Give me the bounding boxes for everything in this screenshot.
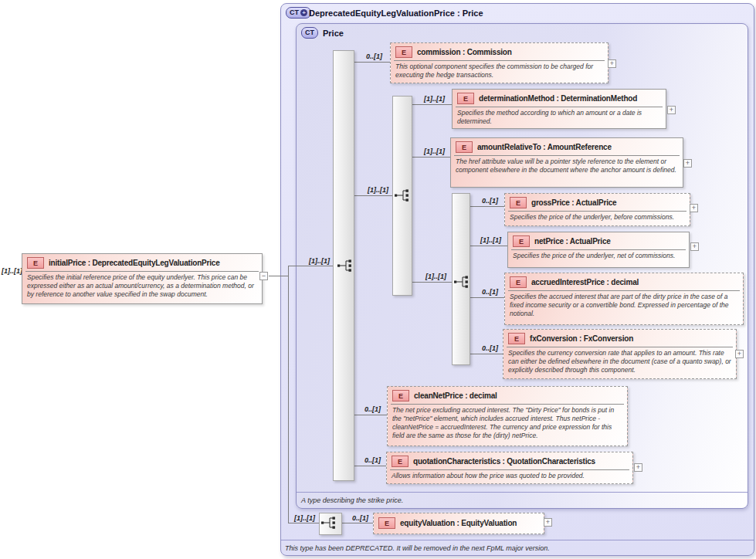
element-title: determinationMethod : DeterminationMetho…	[479, 94, 637, 103]
cardinality-label: 0..[1]	[364, 456, 381, 464]
element-box-netPrice[interactable]: E netPrice : ActualPrice Specifies the p…	[507, 232, 690, 268]
connector-line	[411, 104, 452, 105]
element-box-equityValuation[interactable]: E equityValuation : EquityValuation	[373, 513, 544, 534]
connector-line	[469, 206, 504, 207]
element-title: commission : Commission	[417, 48, 512, 56]
element-description: Specifies the price of the underlyer, be…	[505, 212, 690, 225]
connector-line	[353, 415, 387, 415]
connector-line	[288, 266, 289, 523]
footer-divider	[281, 540, 754, 540]
element-icon: E	[395, 46, 412, 58]
connector-line	[469, 354, 503, 354]
connector-line	[269, 276, 288, 276]
outer-frame-title: DeprecatedEquityLegValuationPrice : Pric…	[309, 8, 483, 18]
cardinality-label: [1]..[1]	[480, 236, 501, 244]
cardinality-label: 0..[1]	[482, 344, 498, 352]
connector-line	[411, 282, 453, 283]
element-icon: E	[513, 235, 530, 247]
expand-button[interactable]: +	[683, 159, 692, 168]
element-title: equityValuation : EquityValuation	[400, 519, 517, 527]
cardinality-label: 0..[1]	[364, 405, 381, 413]
element-title: netPrice : ActualPrice	[534, 237, 611, 246]
element-description: This optional component specifies the co…	[391, 61, 608, 83]
element-icon: E	[457, 93, 474, 104]
element-icon: E	[508, 333, 525, 344]
connector-line	[353, 466, 386, 466]
element-box-amountRelativeTo[interactable]: E amountRelativeTo : AmountReference The…	[450, 137, 683, 188]
expand-button[interactable]: +	[608, 59, 616, 68]
price-type-note: A type describing the strike price.	[301, 496, 403, 504]
sequence-icon	[393, 188, 413, 203]
element-box-determinationMethod[interactable]: E determinationMethod : DeterminationMet…	[452, 89, 666, 129]
element-description: The href attribute value will be a point…	[451, 156, 683, 178]
connector-line	[288, 523, 319, 523]
element-title: accruedInterestPrice : decimal	[531, 278, 639, 286]
element-icon: E	[510, 276, 527, 288]
element-description: Specifies the currency conversion rate t…	[503, 347, 736, 378]
cardinality-label: [1]..[1]	[368, 186, 388, 194]
sequence-icon	[453, 274, 473, 290]
connector-line	[469, 297, 504, 298]
ct-badge-label: CT	[290, 9, 299, 16]
cardinality-label: [1]..[1]	[424, 147, 445, 155]
plus-icon: +	[300, 9, 307, 16]
element-description: Specifies the initial reference price of…	[22, 272, 262, 302]
cardinality-label: 0..[1]	[366, 53, 382, 60]
cardinality-label: [1]..[1]	[309, 257, 330, 265]
connector-line	[288, 266, 340, 266]
cardinality-label: 0..[1]	[482, 288, 498, 296]
sequence-icon	[336, 258, 356, 273]
expand-button[interactable]: +	[690, 204, 698, 212]
deprecation-note: This type has been DEPRECATED. It will b…	[285, 544, 550, 552]
schema-diagram: CT+ DeprecatedEquityLegValuationPrice : …	[0, 0, 756, 559]
cardinality-label: [1]..[1]	[424, 95, 445, 103]
element-box-accruedInterestPrice[interactable]: E accruedInterestPrice : decimal Specifi…	[504, 273, 744, 325]
element-description: Specifies the accrued interest that are …	[505, 291, 743, 321]
element-icon: E	[510, 197, 527, 208]
connector-line	[341, 523, 373, 523]
expand-button[interactable]: +	[667, 106, 676, 114]
element-title: quotationCharacteristics : QuotationChar…	[413, 457, 595, 466]
element-box-commission[interactable]: E commission : Commission This optional …	[390, 42, 609, 83]
expand-button[interactable]: +	[735, 350, 744, 358]
collapse-button[interactable]: −	[259, 272, 268, 280]
connector-line	[469, 246, 507, 246]
element-icon: E	[378, 517, 395, 529]
complex-type-badge[interactable]: CT	[301, 27, 318, 39]
inner-frame-title: Price	[323, 29, 344, 38]
expand-button[interactable]: +	[690, 242, 699, 251]
element-icon: E	[27, 257, 44, 269]
element-title: initialPrice : DeprecatedEquityLegValuat…	[49, 259, 220, 267]
element-title: cleanNetPrice : decimal	[414, 391, 497, 400]
element-icon: E	[392, 390, 409, 401]
element-title: fxConversion : FxConversion	[530, 334, 633, 343]
sequence-icon	[320, 515, 340, 530]
ct-badge-label: CT	[305, 29, 314, 36]
element-icon: E	[456, 141, 473, 153]
element-title: grossPrice : ActualPrice	[531, 198, 616, 207]
element-title: amountRelativeTo : AmountReference	[477, 143, 612, 151]
element-box-initialPrice[interactable]: E initialPrice : DeprecatedEquityLegValu…	[22, 253, 263, 304]
cardinality-label: [1]..[1]	[294, 514, 315, 522]
element-icon: E	[392, 456, 409, 467]
element-description: Specifies the method according to which …	[453, 107, 666, 129]
expand-button[interactable]: +	[634, 463, 642, 472]
cardinality-label: 0..[1]	[482, 197, 498, 205]
expand-button[interactable]: +	[544, 518, 552, 527]
element-box-grossPrice[interactable]: E grossPrice : ActualPrice Specifies the…	[504, 193, 690, 226]
footer-divider	[297, 492, 748, 493]
cardinality-label: 0..[1]	[352, 514, 368, 522]
cardinality-label: [1]..[1]	[425, 273, 446, 280]
element-box-fxConversion[interactable]: E fxConversion : FxConversion Specifies …	[503, 329, 737, 379]
complex-type-badge[interactable]: CT+	[286, 7, 311, 19]
connector-line	[353, 62, 390, 63]
cardinality-label: [1]..[1]	[2, 267, 22, 275]
element-box-quotationCharacteristics[interactable]: E quotationCharacteristics : QuotationCh…	[386, 452, 633, 484]
connector-line	[353, 195, 393, 196]
element-description: The net price excluding accrued interest…	[388, 405, 627, 443]
connector-line	[411, 157, 450, 158]
element-box-cleanNetPrice[interactable]: E cleanNetPrice : decimal The net price …	[387, 386, 628, 446]
element-description: Specifies the price of the underlyer, ne…	[508, 250, 689, 263]
element-description: Allows information about how the price w…	[387, 470, 632, 483]
